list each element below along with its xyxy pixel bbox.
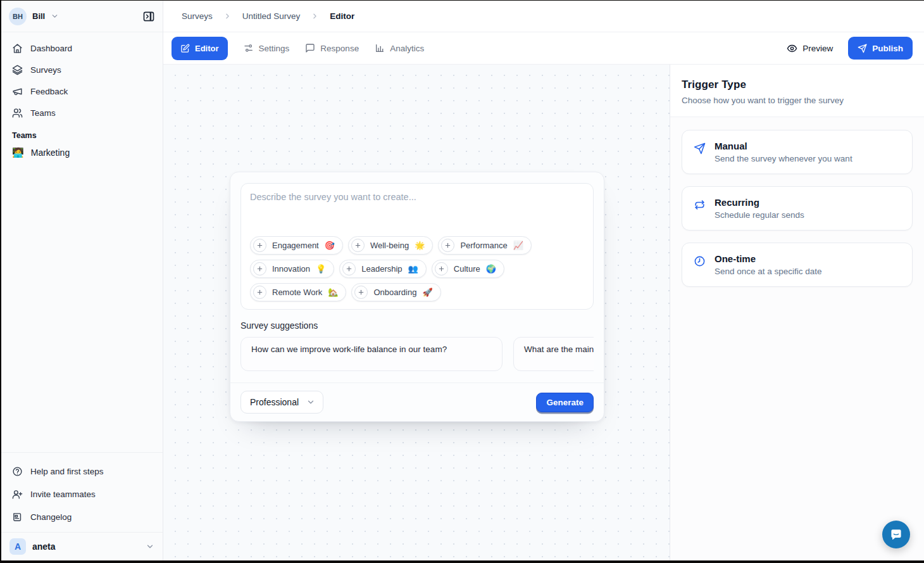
newspaper-icon (12, 512, 23, 522)
topic-chip-engagement[interactable]: Engagement 🎯 (250, 236, 343, 255)
clock-icon (694, 255, 706, 267)
trigger-option-recurring[interactable]: Recurring Schedule regular sends (682, 186, 913, 231)
topic-chip-leadership[interactable]: Leadership 👥 (339, 260, 427, 278)
megaphone-icon (12, 86, 23, 97)
trigger-option-text: One-time Send once at a specific date (715, 253, 822, 276)
tone-select[interactable]: Professional (240, 391, 323, 414)
user-plus-icon (12, 489, 23, 500)
trigger-option-title: One-time (715, 253, 822, 264)
plus-circle-icon (342, 262, 356, 275)
sidebar-item-changelog[interactable]: Changelog (6, 505, 158, 528)
trigger-option-manual[interactable]: Manual Send the survey whenever you want (682, 130, 913, 174)
sidebar-item-dashboard[interactable]: Dashboard (6, 37, 158, 59)
suggestions-row: How can we improve work-life balance in … (240, 337, 594, 371)
star-emoji-icon: 🌟 (415, 241, 425, 250)
sidebar-item-teams[interactable]: Teams (6, 102, 158, 123)
help-circle-icon (12, 466, 23, 477)
workspace-name: Bill (32, 11, 45, 21)
bar-chart-icon (375, 43, 385, 53)
sidebar-footer-nav: Help and first steps Invite teammates Ch… (1, 452, 163, 532)
topic-chip-innovation[interactable]: Innovation 💡 (250, 260, 334, 278)
workspace-switcher[interactable]: BH Bill (1, 1, 163, 32)
tab-analytics[interactable]: Analytics (375, 43, 424, 53)
chat-bubble-icon (889, 528, 903, 541)
plus-circle-icon (253, 239, 266, 252)
user-avatar: A (9, 538, 26, 555)
collapse-sidebar-icon[interactable] (142, 10, 155, 23)
survey-composer-card: Engagement 🎯 Well-being 🌟 Performance (230, 172, 604, 422)
suggestion-card[interactable]: What are the main ob (513, 337, 594, 371)
tab-editor[interactable]: Editor (172, 37, 228, 60)
teams-section-label: Teams (1, 123, 163, 141)
home-icon (12, 43, 23, 54)
tone-selected-value: Professional (250, 397, 299, 407)
workspace-avatar: BH (9, 8, 27, 25)
editor-canvas[interactable]: Engagement 🎯 Well-being 🌟 Performance (163, 65, 670, 560)
panel-header: Trigger Type Choose how you want to trig… (670, 65, 924, 117)
trigger-option-title: Recurring (715, 197, 804, 208)
dart-emoji-icon: 🎯 (325, 241, 335, 250)
plus-circle-icon (253, 286, 266, 299)
prompt-box: Engagement 🎯 Well-being 🌟 Performance (240, 183, 594, 310)
sliders-icon (244, 43, 254, 53)
topic-chip-culture[interactable]: Culture 🌍 (432, 260, 504, 278)
toolbar-right: Preview Publish (787, 37, 913, 60)
main-column: Surveys Untitled Survey Editor Editor (163, 1, 924, 560)
trigger-option-description: Send the survey whenever you want (715, 154, 852, 163)
sidebar-item-label: Feedback (30, 87, 68, 96)
sidebar-item-label: Changelog (30, 512, 72, 522)
breadcrumb-untitled-survey[interactable]: Untitled Survey (242, 11, 301, 21)
composer-footer: Professional Generate (230, 383, 604, 421)
technologist-emoji-icon: 🧑‍💻 (12, 147, 24, 158)
trigger-type-panel: Trigger Type Choose how you want to trig… (670, 65, 924, 560)
breadcrumb: Surveys Untitled Survey Editor (163, 1, 924, 32)
plus-circle-icon (354, 286, 368, 299)
chevron-right-icon (223, 12, 232, 20)
preview-button[interactable]: Preview (787, 43, 833, 54)
sidebar-item-label: Invite teammates (30, 490, 96, 499)
sidebar-item-invite[interactable]: Invite teammates (6, 483, 158, 505)
sidebar-team-marketing[interactable]: 🧑‍💻 Marketing (1, 141, 163, 164)
chevron-down-icon (306, 398, 315, 407)
layers-icon (12, 65, 23, 75)
send-icon (858, 44, 867, 53)
trigger-option-description: Schedule regular sends (715, 210, 804, 220)
chevron-down-icon (51, 12, 59, 20)
eye-icon (787, 43, 797, 54)
trigger-option-title: Manual (715, 141, 852, 151)
chat-launcher-button[interactable] (882, 521, 910, 548)
sidebar-item-feedback[interactable]: Feedback (6, 80, 158, 102)
tab-response[interactable]: Response (305, 43, 359, 53)
chevron-right-icon (311, 12, 319, 20)
sidebar-item-label: Help and first steps (30, 467, 104, 476)
publish-button[interactable]: Publish (848, 37, 913, 60)
plus-circle-icon (435, 262, 448, 275)
topic-chip-remote-work[interactable]: Remote Work 🏡 (250, 283, 346, 301)
tab-settings[interactable]: Settings (244, 43, 290, 53)
sidebar-item-label: Surveys (30, 65, 61, 75)
survey-description-input[interactable] (250, 192, 584, 236)
topic-chip-performance[interactable]: Performance 📈 (438, 236, 532, 255)
sidebar: BH Bill Dashboard Surveys (1, 1, 163, 560)
suggestion-card[interactable]: How can we improve work-life balance in … (240, 337, 503, 371)
trigger-option-one-time[interactable]: One-time Send once at a specific date (682, 243, 913, 287)
team-name: Marketing (31, 148, 70, 158)
sidebar-item-surveys[interactable]: Surveys (6, 59, 158, 80)
globe-emoji-icon: 🌍 (486, 264, 496, 274)
repeat-icon (694, 199, 706, 211)
user-menu[interactable]: A aneta (1, 532, 163, 560)
sidebar-item-help[interactable]: Help and first steps (6, 460, 158, 483)
generate-button[interactable]: Generate (536, 393, 594, 412)
sidebar-nav: Dashboard Surveys Feedback Teams (1, 32, 163, 123)
topic-chips: Engagement 🎯 Well-being 🌟 Performance (250, 236, 584, 301)
topic-chip-well-being[interactable]: Well-being 🌟 (348, 236, 433, 255)
plus-circle-icon (253, 262, 266, 275)
house-emoji-icon: 🏡 (328, 288, 338, 297)
edit-icon (180, 44, 190, 53)
app-window: BH Bill Dashboard Surveys (1, 1, 924, 560)
topic-chip-onboarding[interactable]: Onboarding 🚀 (351, 283, 440, 301)
sidebar-item-label: Teams (30, 108, 56, 118)
breadcrumb-surveys[interactable]: Surveys (182, 11, 213, 21)
toolbar: Editor Settings Response Analytics (163, 32, 924, 65)
user-name: aneta (32, 541, 56, 552)
